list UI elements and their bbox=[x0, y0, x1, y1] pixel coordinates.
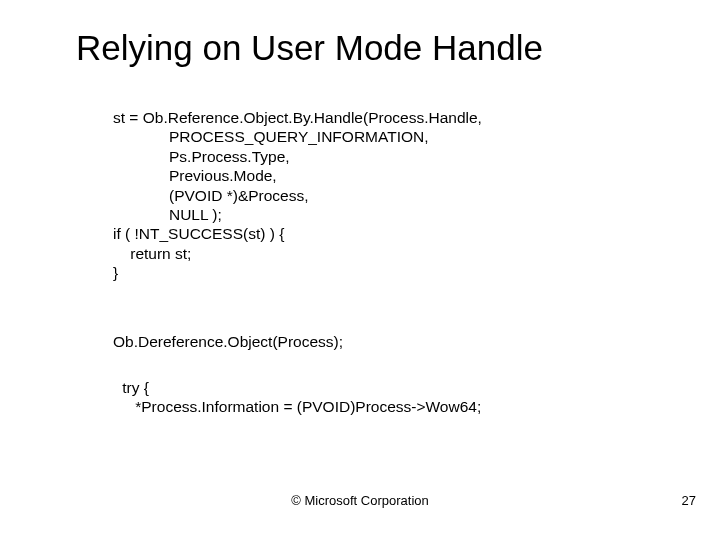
code-line: st = Ob.Reference.Object.By.Handle(Proce… bbox=[113, 109, 482, 126]
code-line: if ( !NT_SUCCESS(st) ) { bbox=[113, 225, 284, 242]
slide-title: Relying on User Mode Handle bbox=[76, 28, 543, 68]
code-line: return st; bbox=[113, 245, 191, 262]
code-line: PROCESS_QUERY_INFORMATION, bbox=[113, 128, 429, 145]
code-block-try: try { *Process.Information = (PVOID)Proc… bbox=[118, 378, 481, 417]
code-line-deref: Ob.Dereference.Object(Process); bbox=[113, 332, 343, 351]
code-line: *Process.Information = (PVOID)Process->W… bbox=[118, 398, 481, 415]
code-line: } bbox=[113, 264, 118, 281]
code-block-main: st = Ob.Reference.Object.By.Handle(Proce… bbox=[113, 108, 482, 282]
footer-copyright: © Microsoft Corporation bbox=[0, 493, 720, 508]
code-line: (PVOID *)&Process, bbox=[113, 187, 309, 204]
code-line: try { bbox=[118, 379, 149, 396]
code-line: Ps.Process.Type, bbox=[113, 148, 290, 165]
code-line: Previous.Mode, bbox=[113, 167, 277, 184]
code-line: NULL ); bbox=[113, 206, 222, 223]
page-number: 27 bbox=[682, 493, 696, 508]
slide: Relying on User Mode Handle st = Ob.Refe… bbox=[0, 0, 720, 540]
